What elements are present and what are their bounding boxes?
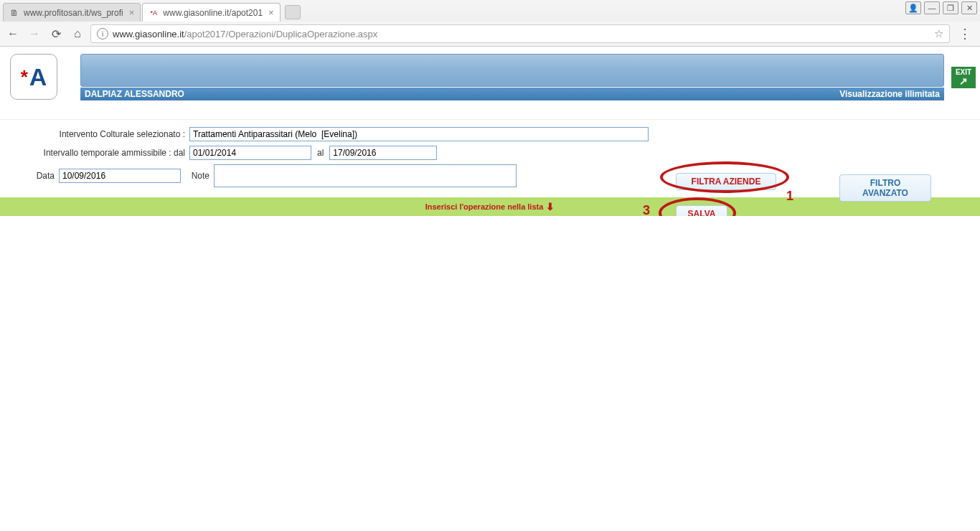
bookmark-star-icon[interactable]: ☆ [934,27,943,40]
close-icon[interactable]: × [268,7,274,18]
asterisk-icon: * [21,67,28,86]
salva-button[interactable]: SALVA [676,205,727,216]
url-path: /apot2017/Operazioni/DuplicaOperazione.a… [184,29,378,39]
address-bar: ← → ⟳ ⌂ i www.giasonline.it/apot2017/Ope… [0,22,980,46]
logo-letter: A [29,65,47,89]
row-intervallo: Intervallo temporale ammissibile : dal a… [32,146,970,160]
close-icon[interactable]: × [129,7,135,18]
insert-label: Inserisci l'operazione nella lista [425,202,544,211]
filtra-aziende-button[interactable]: FILTRA AZIENDE [676,173,776,190]
page-icon: *A [149,8,159,18]
form-panel: Intervento Colturale selezionato : Inter… [0,119,980,194]
url-input[interactable]: i www.giasonline.it/apot2017/Operazioni/… [90,24,950,43]
new-tab-button[interactable] [285,5,301,19]
tab-bar: 🗎 www.profitosan.it/ws_profi × *A www.gi… [0,0,980,22]
tab-profitosan[interactable]: 🗎 www.profitosan.it/ws_profi × [3,3,141,22]
page-content: *A EXIT ↗ DALPIAZ ALESSANDRO Visualizzaz… [0,47,980,216]
exit-arrow-icon: ↗ [959,76,968,86]
user-bar: DALPIAZ ALESSANDRO Visualizzazione illim… [80,88,944,100]
view-mode: Visualizzazione illimitata [839,89,940,99]
tab-title: www.giasonline.it/apot201 [163,8,263,18]
forward-button[interactable]: → [26,25,43,42]
input-intervento[interactable] [189,127,649,141]
insert-operation-link[interactable]: Inserisci l'operazione nella lista ⬇ [425,201,555,212]
label-data: Data [32,171,55,181]
site-info-icon[interactable]: i [97,28,108,39]
close-button[interactable]: ✕ [961,1,977,14]
button-label: FILTRO AVANZATO [862,178,908,198]
input-al[interactable] [329,146,437,160]
down-arrow-icon: ⬇ [546,201,555,212]
menu-button[interactable]: ⋮ [954,26,976,42]
home-button[interactable]: ⌂ [69,25,86,42]
back-button[interactable]: ← [4,25,22,42]
row-data-note: Data Note [32,164,970,187]
minimize-button[interactable]: — [924,1,940,14]
input-note[interactable] [214,164,517,187]
insert-bar: Inserisci l'operazione nella lista ⬇ [0,197,980,216]
tab-giasonline[interactable]: *A www.giasonline.it/apot201 × [142,3,280,22]
window-controls: 👤 — ❐ ✕ [905,1,977,14]
maximize-button[interactable]: ❐ [943,1,958,14]
label-intervento: Intervento Colturale selezionato : [32,129,185,139]
button-label: FILTRA AZIENDE [692,177,761,187]
label-note: Note [181,171,209,181]
button-label: SALVA [688,209,716,216]
input-data[interactable] [59,169,181,183]
user-icon[interactable]: 👤 [905,1,921,14]
row-intervento: Intervento Colturale selezionato : [32,127,970,141]
reload-button[interactable]: ⟳ [47,25,65,42]
page-icon: 🗎 [9,8,19,18]
filtro-avanzato-button[interactable]: FILTRO AVANZATO [839,174,931,202]
app-logo: *A [10,54,57,100]
header-wrap: DALPIAZ ALESSANDRO Visualizzazione illim… [80,47,944,100]
input-dal[interactable] [189,146,311,160]
browser-chrome: 🗎 www.profitosan.it/ws_profi × *A www.gi… [0,0,980,47]
exit-button[interactable]: EXIT ↗ [951,67,976,88]
tab-title: www.profitosan.it/ws_profi [24,8,123,18]
label-intervallo: Intervallo temporale ammissibile : dal [32,148,185,158]
user-name: DALPIAZ ALESSANDRO [85,89,184,99]
header-banner [80,54,944,87]
url-domain: www.giasonline.it [113,29,184,39]
label-al: al [317,148,324,158]
